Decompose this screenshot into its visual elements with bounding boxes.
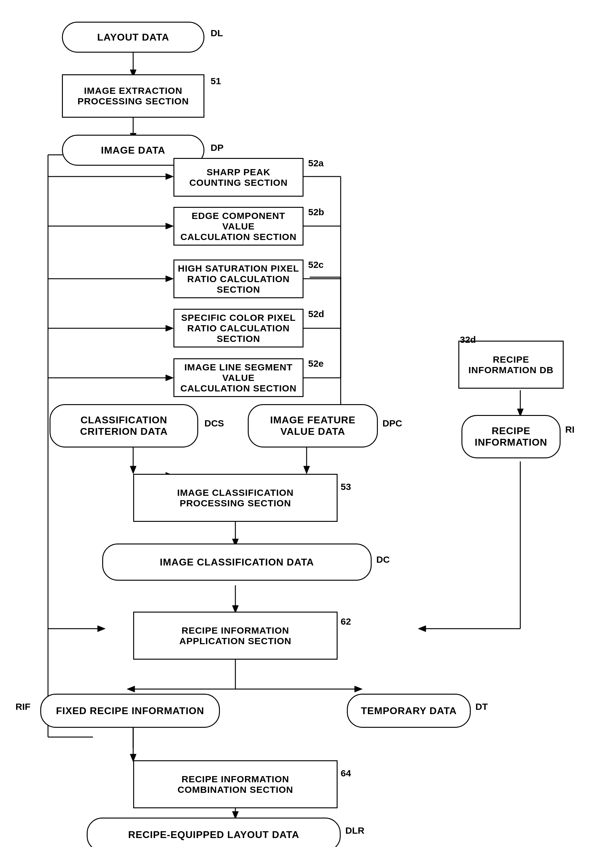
num52d-label: 52d: [308, 309, 324, 319]
num62-label: 62: [341, 616, 351, 627]
svg-marker-32: [303, 466, 310, 474]
recipe-info-db-rect: RECIPE INFORMATION DB: [458, 341, 564, 389]
image-extraction-rect: IMAGE EXTRACTION PROCESSING SECTION: [62, 74, 204, 118]
ri-label: RI: [565, 424, 575, 435]
svg-marker-7: [166, 173, 173, 180]
svg-marker-47: [355, 686, 362, 692]
svg-marker-42: [97, 626, 105, 632]
recipe-info-combo-rect: RECIPE INFORMATION COMBINATION SECTION: [133, 760, 338, 808]
svg-marker-9: [166, 223, 173, 229]
fixed-recipe-node: FIXED RECIPE INFORMATION: [40, 694, 220, 728]
image-line-rect: IMAGE LINE SEGMENT VALUE CALCULATION SEC…: [173, 358, 303, 397]
image-feature-value-node: IMAGE FEATURE VALUE DATA: [248, 404, 378, 447]
num64-label: 64: [341, 768, 351, 779]
dl-label: DL: [211, 28, 223, 38]
svg-marker-45: [127, 686, 135, 692]
num52c-label: 52c: [308, 260, 324, 270]
specific-color-rect: SPECIFIC COLOR PIXEL RATIO CALCULATION S…: [173, 309, 303, 347]
num52b-label: 52b: [308, 207, 324, 217]
edge-component-rect: EDGE COMPONENT VALUE CALCULATION SECTION: [173, 207, 303, 246]
image-classification-data-node: IMAGE CLASSIFICATION DATA: [102, 543, 372, 581]
svg-marker-34: [130, 466, 136, 474]
classification-criterion-node: CLASSIFICATION CRITERION DATA: [50, 404, 198, 447]
svg-marker-11: [166, 276, 173, 282]
num52a-label: 52a: [308, 158, 324, 168]
high-saturation-rect: HIGH SATURATION PIXEL RATIO CALCULATION …: [173, 260, 303, 298]
image-classification-proc-rect: IMAGE CLASSIFICATION PROCESSING SECTION: [133, 474, 338, 522]
num32d-label: 32d: [460, 335, 476, 345]
sharp-peak-rect: SHARP PEAK COUNTING SECTION: [173, 158, 303, 197]
recipe-info-app-rect: RECIPE INFORMATION APPLICATION SECTION: [133, 612, 338, 660]
dpc-label: DPC: [383, 418, 402, 429]
recipe-equipped-node: RECIPE-EQUIPPED LAYOUT DATA: [87, 817, 341, 847]
num52e-label: 52e: [308, 358, 324, 369]
dt-label: DT: [476, 701, 488, 712]
dlr-label: DLR: [345, 825, 365, 836]
svg-marker-30: [418, 626, 426, 632]
rif-label: RIF: [15, 701, 30, 712]
dcs-label: DCS: [204, 418, 224, 429]
svg-marker-15: [166, 375, 173, 381]
recipe-info-node: RECIPE INFORMATION: [461, 415, 561, 458]
dp-label: DP: [211, 142, 224, 153]
dc-label: DC: [376, 554, 390, 565]
layout-data-node: LAYOUT DATA: [62, 22, 204, 53]
num51-label: 51: [211, 76, 221, 86]
num53-label: 53: [341, 481, 351, 492]
svg-marker-13: [166, 325, 173, 331]
temporary-data-node: TEMPORARY DATA: [347, 694, 471, 728]
